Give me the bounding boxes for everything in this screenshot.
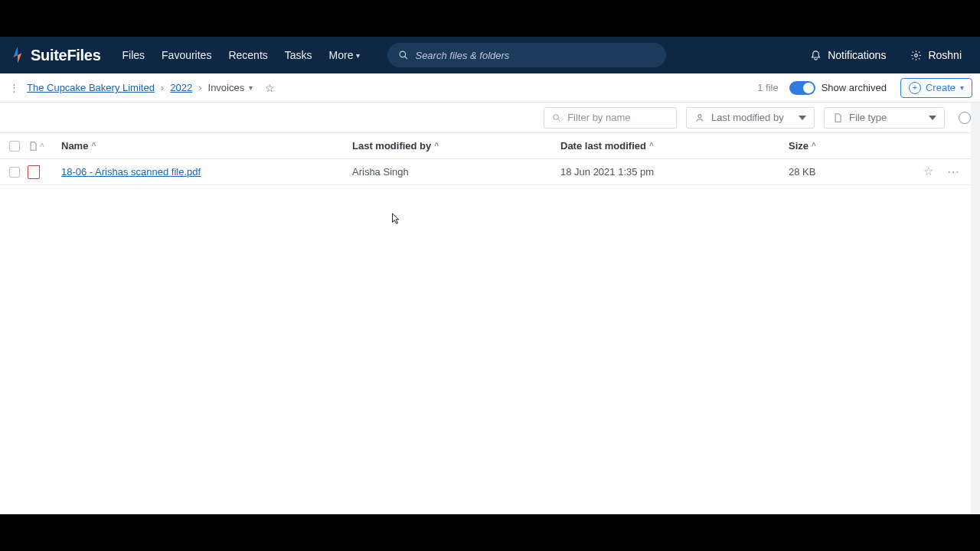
chevron-down-icon: ▾ bbox=[249, 83, 253, 92]
sort-asc-icon: ^ bbox=[91, 142, 96, 150]
nav-links: Files Favourites Recents Tasks More ▾ bbox=[114, 44, 368, 66]
notifications-label: Notifications bbox=[828, 49, 886, 61]
create-label: Create bbox=[926, 82, 956, 93]
nav-files[interactable]: Files bbox=[114, 44, 152, 66]
column-modified-by-label: Last modified by bbox=[352, 140, 431, 152]
cell-size: 28 KB bbox=[789, 166, 873, 178]
search-icon bbox=[398, 50, 409, 60]
cell-date: 18 Jun 2021 1:35 pm bbox=[560, 166, 789, 178]
column-name-label: Name bbox=[61, 140, 88, 152]
nav-recents[interactable]: Recents bbox=[220, 44, 275, 66]
user-menu[interactable]: Roshni bbox=[903, 44, 969, 66]
chevron-right-icon: › bbox=[198, 82, 201, 93]
column-size[interactable]: Size ^ bbox=[789, 140, 873, 152]
breadcrumb-bar: ⋮ The Cupcake Bakery Limited › 2022 › In… bbox=[0, 73, 980, 103]
scrollbar[interactable] bbox=[971, 103, 980, 514]
file-icon bbox=[28, 140, 38, 152]
dropdown-caret-icon bbox=[929, 116, 936, 120]
gear-icon bbox=[910, 50, 922, 61]
breadcrumb-second[interactable]: 2022 bbox=[170, 82, 192, 93]
favourite-folder-button[interactable]: ☆ bbox=[265, 82, 275, 94]
file-count: 1 file bbox=[757, 82, 778, 93]
show-archived-label: Show archived bbox=[822, 82, 887, 93]
column-date[interactable]: Date last modified ^ bbox=[560, 140, 789, 152]
svg-point-4 bbox=[915, 54, 918, 57]
svg-line-3 bbox=[405, 57, 407, 59]
svg-point-7 bbox=[698, 114, 701, 117]
filter-name-input[interactable] bbox=[567, 112, 668, 123]
pdf-icon bbox=[28, 165, 40, 179]
filter-modified-by-label: Last modified by bbox=[711, 112, 784, 123]
nav-more[interactable]: More ▾ bbox=[322, 44, 368, 66]
dropdown-caret-icon bbox=[799, 116, 806, 120]
filter-modified-by[interactable]: Last modified by bbox=[686, 107, 815, 129]
logo-icon bbox=[11, 46, 24, 64]
breadcrumb-current-label: Invoices bbox=[208, 82, 245, 93]
user-icon bbox=[694, 112, 705, 123]
row-favourite-button[interactable]: ☆ bbox=[923, 165, 933, 179]
filter-file-type[interactable]: File type bbox=[824, 107, 945, 129]
notifications-button[interactable]: Notifications bbox=[802, 44, 893, 66]
svg-marker-1 bbox=[14, 47, 18, 57]
filters-bar: Last modified by File type bbox=[0, 103, 980, 133]
column-date-label: Date last modified bbox=[560, 140, 646, 152]
file-name-link[interactable]: 18-06 - Arishas scanned file.pdf bbox=[61, 166, 201, 178]
bell-icon bbox=[810, 50, 822, 61]
topbar: SuiteFiles Files Favourites Recents Task… bbox=[0, 37, 980, 73]
breadcrumb-current[interactable]: Invoices ▾ bbox=[208, 82, 253, 93]
row-more-button[interactable]: ⋯ bbox=[947, 165, 960, 179]
sort-caret: ^ bbox=[40, 140, 54, 152]
create-button[interactable]: + Create ▾ bbox=[900, 78, 972, 98]
chevron-down-icon: ▾ bbox=[960, 83, 964, 92]
nav-tasks[interactable]: Tasks bbox=[277, 44, 320, 66]
filter-name-input-wrap[interactable] bbox=[544, 107, 677, 129]
column-size-label: Size bbox=[789, 140, 808, 152]
search-pill[interactable] bbox=[387, 43, 666, 67]
select-all-checkbox[interactable] bbox=[9, 141, 20, 152]
show-archived-toggle[interactable] bbox=[789, 81, 815, 95]
chevron-down-icon: ▾ bbox=[356, 51, 360, 60]
search-icon bbox=[552, 112, 561, 123]
filter-file-type-label: File type bbox=[849, 112, 887, 123]
logo[interactable]: SuiteFiles bbox=[11, 46, 100, 64]
table-row[interactable]: 18-06 - Arishas scanned file.pdf Arisha … bbox=[0, 159, 980, 185]
brand-name: SuiteFiles bbox=[31, 47, 100, 64]
info-button[interactable] bbox=[959, 112, 971, 124]
chevron-right-icon: › bbox=[161, 82, 164, 93]
column-modified-by[interactable]: Last modified by ^ bbox=[352, 140, 560, 152]
svg-line-6 bbox=[558, 119, 560, 121]
nav-more-label: More bbox=[329, 49, 354, 61]
table-header: ^ Name ^ Last modified by ^ Date last mo… bbox=[0, 133, 980, 159]
cursor-icon bbox=[391, 213, 400, 225]
column-name[interactable]: Name ^ bbox=[54, 140, 352, 152]
sort-asc-icon: ^ bbox=[434, 142, 439, 150]
search-input[interactable] bbox=[415, 50, 655, 61]
drag-handle-icon[interactable]: ⋮ bbox=[8, 82, 21, 93]
cell-modified-by: Arisha Singh bbox=[352, 166, 560, 178]
breadcrumb-root[interactable]: The Cupcake Bakery Limited bbox=[27, 82, 155, 93]
file-icon bbox=[832, 112, 843, 123]
row-checkbox[interactable] bbox=[9, 167, 20, 178]
nav-favourites[interactable]: Favourites bbox=[154, 44, 219, 66]
sort-type-header[interactable] bbox=[21, 140, 40, 152]
sort-asc-icon: ^ bbox=[649, 142, 654, 150]
plus-icon: + bbox=[909, 82, 921, 94]
user-name: Roshni bbox=[928, 49, 962, 61]
sort-asc-icon: ^ bbox=[812, 142, 816, 150]
